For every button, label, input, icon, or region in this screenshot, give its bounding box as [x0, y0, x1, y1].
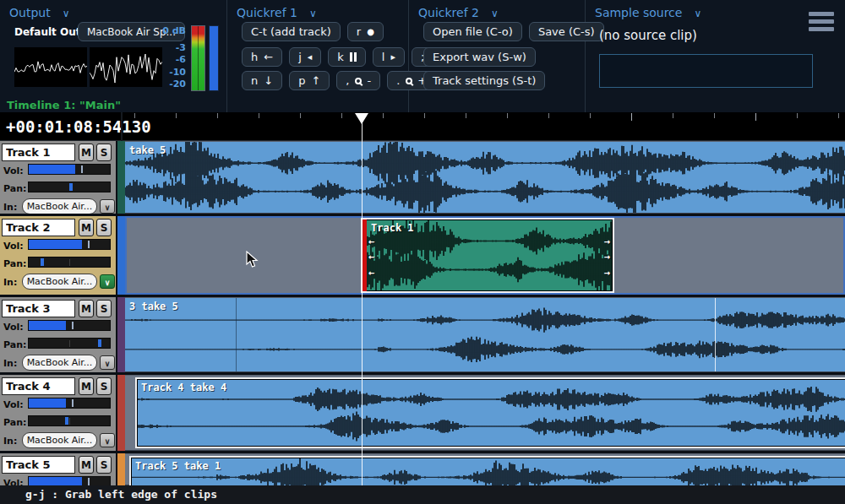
chevron-down-icon: ∨: [309, 8, 317, 19]
pan-label: Pan:: [3, 339, 26, 350]
sample-source-panel-header[interactable]: Sample source∨: [595, 6, 701, 19]
grab-left-arrow-icon: ←: [368, 236, 374, 247]
grab-left-arrow-icon: ←: [368, 267, 374, 279]
playhead-handle[interactable]: [355, 113, 368, 124]
track-lane-selected[interactable]: Track 1 ← ← ← → → →: [125, 216, 845, 295]
add-track-button[interactable]: C-t (add track): [242, 22, 341, 41]
step-back-button[interactable]: j◂: [289, 47, 321, 67]
input-dropdown-button[interactable]: ∨: [100, 433, 115, 447]
input-dropdown-button[interactable]: ∨: [100, 355, 115, 370]
input-device-button[interactable]: MacBook Air...: [22, 198, 97, 214]
track-color-strip: [117, 216, 125, 295]
quickref1-panel: Quickref 1∨ C-t (add track) r ● h← j◂ k …: [227, 0, 409, 112]
quickref2-panel-header[interactable]: Quickref 2∨: [418, 6, 499, 19]
input-device-button[interactable]: MacBook Air...: [22, 355, 97, 371]
app-window: Output∨ Default Out: MacBook Air Sp... 0…: [0, 0, 845, 504]
timeline-label: Timeline 1: "Main": [7, 99, 121, 111]
track-name-input[interactable]: [2, 456, 75, 474]
solo-button[interactable]: S: [96, 377, 112, 395]
input-device-button[interactable]: MacBook Air...: [22, 432, 97, 448]
solo-button[interactable]: S: [96, 456, 112, 474]
track-name-input[interactable]: [2, 377, 75, 395]
grab-right-arrow-icon: →: [604, 251, 610, 263]
track-control-panel: M S Vol: Pan: In:MacBook Air...∨: [0, 297, 116, 372]
mute-button[interactable]: M: [79, 300, 94, 317]
pause-button[interactable]: k: [328, 47, 366, 67]
input-label: In:: [3, 277, 17, 288]
clip-boundary: [236, 298, 237, 371]
audio-clip[interactable]: 3 take 5: [125, 298, 845, 371]
quickref2-panel-title: Quickref 2: [418, 6, 479, 19]
output-panel-header[interactable]: Output∨: [9, 6, 69, 19]
track-lane[interactable]: 3 take 5: [125, 297, 845, 372]
clip-left-edge-handle[interactable]: [363, 219, 367, 291]
zoom-out-button[interactable]: ,-: [336, 71, 380, 90]
clip-label: 3 take 5: [129, 301, 178, 312]
track-row-5: M S Vol: Pan: In:MacBook Air...∨ Track 5…: [0, 453, 845, 485]
pan-slider[interactable]: [28, 415, 111, 426]
audio-clip[interactable]: Track 5 take 1: [129, 456, 845, 485]
track-settings-button[interactable]: Track settings (S-t): [423, 71, 545, 90]
track-name-input[interactable]: [2, 219, 75, 236]
db-zero-label: 0 dB: [162, 25, 186, 36]
clip-label: Track 5 take 1: [135, 460, 221, 472]
status-hint: g-j : Grab left edge of clips: [25, 488, 217, 501]
play-button[interactable]: l▸: [373, 47, 405, 67]
pan-slider[interactable]: [28, 257, 111, 268]
pause-icon: [350, 52, 357, 62]
scope-right: [90, 47, 162, 87]
track-lane[interactable]: take 5: [125, 141, 845, 214]
open-file-button[interactable]: Open file (C-o): [423, 22, 522, 41]
solo-button[interactable]: S: [96, 219, 112, 236]
pan-slider[interactable]: [28, 338, 111, 349]
volume-slider[interactable]: [28, 320, 111, 331]
input-device-button[interactable]: MacBook Air...: [22, 274, 97, 290]
volume-slider[interactable]: [28, 164, 111, 175]
key-label: l: [382, 51, 385, 63]
track-up-button[interactable]: p↑: [289, 71, 330, 90]
volume-slider[interactable]: [28, 398, 111, 409]
track-lane[interactable]: Track 4 take 4: [125, 375, 845, 451]
solo-button[interactable]: S: [96, 300, 112, 317]
quickref1-panel-title: Quickref 1: [237, 6, 297, 19]
track-lane[interactable]: Track 5 take 1: [125, 453, 845, 485]
mute-button[interactable]: M: [79, 219, 94, 236]
track-name-input[interactable]: [2, 300, 75, 317]
export-wav-button[interactable]: Export wav (S-w): [423, 47, 536, 67]
sample-source-panel: Sample source∨ (no source clip): [586, 0, 845, 112]
mute-button[interactable]: M: [79, 456, 94, 474]
input-dropdown-button[interactable]: ∨: [100, 199, 115, 214]
playhead-line[interactable]: [362, 114, 363, 485]
track-control-panel: M S Vol: Pan: In:MacBook Air...∨: [0, 375, 116, 451]
volume-slider[interactable]: [28, 239, 111, 250]
grab-right-arrow-icon: →: [604, 236, 610, 247]
record-button[interactable]: r ●: [347, 22, 384, 41]
quickref1-row1: C-t (add track) r ●: [242, 22, 384, 41]
mute-button[interactable]: M: [79, 144, 94, 161]
key-label: k: [337, 51, 344, 63]
input-dropdown-button-armed[interactable]: ∨: [100, 274, 115, 289]
sample-source-panel-title: Sample source: [595, 6, 682, 19]
input-label: In:: [3, 202, 17, 213]
solo-button[interactable]: S: [96, 144, 112, 161]
track-name-input[interactable]: [2, 144, 75, 161]
track-control-panel: M S Vol: Pan: In:MacBook Air...∨: [0, 216, 116, 295]
volume-slider[interactable]: [28, 476, 111, 485]
track-color-strip: [117, 453, 125, 485]
audio-clip[interactable]: take 5: [125, 142, 845, 213]
menu-icon[interactable]: [809, 12, 834, 35]
pan-label: Pan:: [3, 258, 26, 269]
timeline-ruler[interactable]: +00:01:08:54130: [0, 112, 845, 141]
step-back-icon: ◂: [308, 51, 313, 62]
pan-slider[interactable]: [28, 182, 111, 192]
mute-button[interactable]: M: [79, 377, 94, 395]
track-down-button[interactable]: n↓: [242, 71, 282, 90]
key-label: n: [251, 74, 258, 87]
audio-clip[interactable]: Track 4 take 4: [135, 377, 845, 448]
quickref1-panel-header[interactable]: Quickref 1∨: [237, 6, 317, 19]
record-icon: ●: [367, 27, 374, 36]
seek-left-button[interactable]: h←: [242, 47, 282, 67]
no-source-clip-label: (no source clip): [599, 28, 697, 43]
db-tick-label: -10: [162, 67, 186, 78]
selected-audio-clip[interactable]: Track 1 ← ← ← → → →: [361, 218, 614, 293]
